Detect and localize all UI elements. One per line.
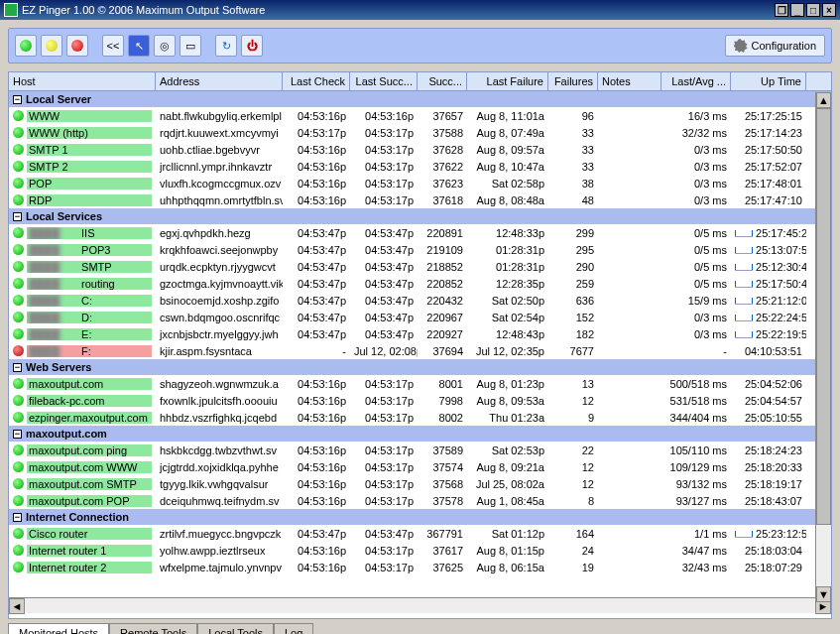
table-row[interactable]: RDPuhhpthqqmn.omrtytfbln.sv04:53:16p04:5… xyxy=(9,191,831,208)
table-row[interactable]: WWW (http)rqdjrt.kuuwext.xmcyvmyi04:53:1… xyxy=(9,124,831,141)
cell-address: uhhpthqqmn.omrtytfbln.sv xyxy=(156,193,283,207)
restore-small-icon[interactable]: ❐ xyxy=(775,3,788,17)
tab-remote-tools[interactable]: Remote Tools xyxy=(109,623,197,634)
table-row[interactable]: Internet router 1yolhw.awpp.ieztlrseux04… xyxy=(9,542,831,559)
col-ping[interactable]: Last/Avg ... xyxy=(661,72,731,90)
collapse-icon[interactable]: − xyxy=(13,212,22,221)
status-red-button[interactable] xyxy=(66,35,88,57)
group-header[interactable]: −maxoutput.com xyxy=(9,426,831,442)
group-header[interactable]: −Web Servers xyxy=(9,359,831,375)
host-name: maxoutput.com WWW xyxy=(27,461,152,473)
group-header[interactable]: −Local Services xyxy=(9,208,831,224)
col-notes[interactable]: Notes xyxy=(598,72,661,90)
table-row[interactable]: maxoutput.com SMTPtgyyg.lkik.vwhgqvalsur… xyxy=(9,475,831,492)
status-icon xyxy=(13,395,24,406)
group-header[interactable]: −Local Server xyxy=(9,91,831,107)
col-failures[interactable]: Failures xyxy=(548,72,598,90)
scroll-down-icon[interactable]: ▼ xyxy=(816,586,831,602)
tool-button-2[interactable]: ◎ xyxy=(154,35,176,57)
status-yellow-button[interactable] xyxy=(41,35,62,57)
table-row[interactable]: maxoutput.com WWWjcjgtrdd.xojxidklqa.pyh… xyxy=(9,458,831,475)
col-lastcheck[interactable]: Last Check xyxy=(283,72,350,90)
collapse-icon[interactable]: − xyxy=(13,430,22,439)
col-lastsucc[interactable]: Last Succ... xyxy=(350,72,418,90)
cell-lastfail: Aug 8, 07:49a xyxy=(467,126,548,140)
cell-address: rqdjrt.kuuwext.xmcyvmyi xyxy=(156,126,283,140)
col-address[interactable]: Address xyxy=(156,72,283,90)
scroll-track[interactable] xyxy=(25,598,815,613)
table-row[interactable]: SMTP 2jrcllicnnl.ympr.ihnkavztr04:53:16p… xyxy=(9,158,831,175)
host-name: ████ E: xyxy=(27,328,152,340)
bottom-tabs: Monitored Hosts Remote Tools Local Tools… xyxy=(8,623,832,634)
cell-notes xyxy=(598,333,661,335)
horizontal-scrollbar[interactable]: ◄ ► xyxy=(9,597,831,613)
cell-uptime: 04:10:53:51 xyxy=(731,344,806,358)
maximize-icon[interactable]: □ xyxy=(806,3,820,17)
table-row[interactable]: WWWnabt.flwkubgyliq.erkemlpl04:53:16p04:… xyxy=(9,107,831,124)
cell-lastcheck: 04:53:16p xyxy=(283,160,350,174)
cell-ping: 531/518 ms xyxy=(661,394,731,408)
col-succ[interactable]: Succ... xyxy=(418,72,467,90)
cell-lastfail: Aug 8, 06:15a xyxy=(467,561,548,574)
tool-button-1[interactable]: ↖ xyxy=(128,35,150,57)
cell-ping: 0/3 ms xyxy=(661,311,731,324)
cell-notes xyxy=(598,283,661,285)
table-row[interactable]: fileback-pc.comfxownlk.jpulcitsfh.ooouiu… xyxy=(9,392,831,409)
cell-uptime: 25:18:43:07 xyxy=(731,494,806,508)
collapse-icon[interactable]: − xyxy=(13,95,22,104)
group-name: Web Servers xyxy=(26,361,91,373)
table-row[interactable]: POPvluxfh.kcogmccgmux.ozv04:53:16p04:53:… xyxy=(9,175,831,191)
hosts-grid: Host Address Last Check Last Succ... Suc… xyxy=(8,71,832,619)
cell-address: hskbkcdgg.twbzvthwt.sv xyxy=(156,444,283,457)
scroll-thumb[interactable] xyxy=(816,108,831,525)
table-row[interactable]: Cisco routerzrtilvf.muegycc.bngvpczk04:5… xyxy=(9,525,831,542)
table-row[interactable]: ████ F:kjir.aspm.fsysntaca-Jul 12, 02:08… xyxy=(9,342,831,359)
tool-button-3[interactable]: ▭ xyxy=(180,35,201,57)
rewind-button[interactable]: << xyxy=(102,35,124,57)
cell-succ: 220432 xyxy=(418,294,467,308)
close-icon[interactable]: × xyxy=(822,3,836,17)
cell-succ: 37618 xyxy=(418,193,467,207)
scroll-up-icon[interactable]: ▲ xyxy=(816,92,831,108)
col-host[interactable]: Host xyxy=(9,72,156,90)
table-row[interactable]: ████ C:bsinocoemjd.xoshp.zgifo04:53:47p0… xyxy=(9,292,831,309)
table-row[interactable]: maxoutput.comshagyzeoh.wgnwmzuk.a04:53:1… xyxy=(9,375,831,392)
minimize-icon[interactable]: _ xyxy=(790,3,804,17)
cell-succ: 37628 xyxy=(418,143,467,157)
tab-local-tools[interactable]: Local Tools xyxy=(197,623,274,634)
cell-failures: 12 xyxy=(548,460,598,474)
vertical-scrollbar[interactable]: ▲ ▼ xyxy=(815,92,831,602)
tab-monitored-hosts[interactable]: Monitored Hosts xyxy=(8,623,109,634)
table-row[interactable]: ████ POP3krqkhfoawci.seejonwpby04:53:47p… xyxy=(9,241,831,258)
table-row[interactable]: ████ IISegxj.qvhpdkh.hezg04:53:47p04:53:… xyxy=(9,224,831,241)
table-row[interactable]: ████ E:jxcnbjsbctr.myelggyy.jwh04:53:47p… xyxy=(9,325,831,342)
table-row[interactable]: SMTP 1uohb.ctliae.bgebvyvr04:53:16p04:53… xyxy=(9,141,831,158)
sparkline-icon xyxy=(735,244,753,254)
table-row[interactable]: Internet router 2wfxelpme.tajmulo.ynvnpv… xyxy=(9,559,831,575)
col-lastfail[interactable]: Last Failure xyxy=(467,72,548,90)
table-row[interactable]: ████ D:cswn.bdqmgoo.oscnrifqc04:53:47p04… xyxy=(9,309,831,325)
sparkline-icon xyxy=(735,328,753,338)
refresh-button[interactable]: ↻ xyxy=(215,35,237,57)
table-row[interactable]: ████ SMTPurqdk.ecpktyn.rjyygwcvt04:53:47… xyxy=(9,258,831,275)
table-row[interactable]: ████ routinggzoctmga.kyjmvnoaytt.vik04:5… xyxy=(9,275,831,292)
status-green-button[interactable] xyxy=(15,35,37,57)
table-row[interactable]: ezpinger.maxoutput.comhhbdz.vszrfighkq.j… xyxy=(9,409,831,426)
cell-uptime: 25:18:20:33 xyxy=(731,460,806,474)
sparkline-icon xyxy=(735,312,753,321)
table-row[interactable]: maxoutput.com POPdceiquhmwq.teifnydm.sv0… xyxy=(9,492,831,509)
tab-log[interactable]: Log xyxy=(274,623,313,634)
collapse-icon[interactable]: − xyxy=(13,363,22,372)
power-button[interactable]: ⏻ xyxy=(241,35,263,57)
status-icon xyxy=(13,495,24,506)
col-uptime[interactable]: Up Time xyxy=(731,72,806,90)
cell-failures: 8 xyxy=(548,494,598,508)
scroll-left-icon[interactable]: ◄ xyxy=(9,598,25,614)
cell-notes xyxy=(598,500,661,502)
table-row[interactable]: maxoutput.com pinghskbkcdgg.twbzvthwt.sv… xyxy=(9,442,831,458)
collapse-icon[interactable]: − xyxy=(13,513,22,522)
cell-failures: 38 xyxy=(548,177,598,190)
configuration-button[interactable]: Configuration xyxy=(725,35,825,57)
window-title: EZ Pinger 1.00 © 2006 Maximum Output Sof… xyxy=(22,4,265,16)
group-header[interactable]: −Internet Connection xyxy=(9,509,831,525)
